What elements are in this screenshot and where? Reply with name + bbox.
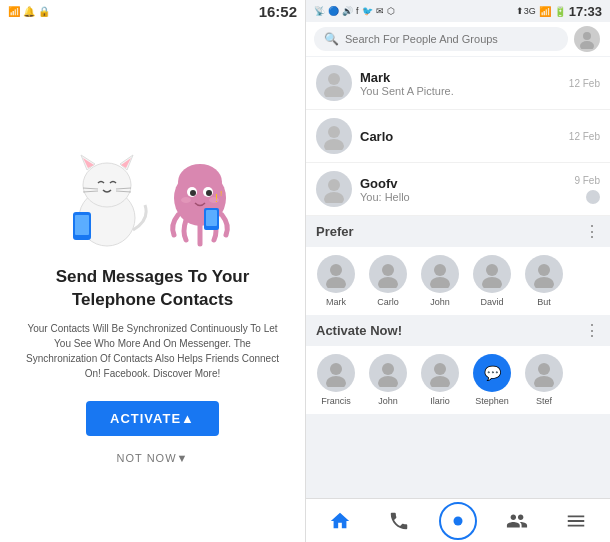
nav-camera[interactable] bbox=[428, 499, 487, 542]
left-time: 16:52 bbox=[259, 3, 297, 20]
menu-icon bbox=[565, 510, 587, 532]
prefer-label-but: But bbox=[537, 297, 551, 307]
activate-avatar-circle-stephen: 💬 bbox=[473, 354, 511, 392]
prefer-avatar-circle-john bbox=[421, 255, 459, 293]
svg-point-41 bbox=[534, 277, 554, 288]
network-icon: ⬆3G bbox=[516, 6, 536, 16]
dropbox-icon: ⬡ bbox=[387, 6, 395, 16]
search-bar[interactable]: 🔍 bbox=[314, 27, 568, 51]
conv-preview-goofv: You: Hello bbox=[360, 191, 566, 203]
activate-avatar-circle-john bbox=[369, 354, 407, 392]
svg-point-28 bbox=[328, 126, 340, 138]
svg-point-31 bbox=[324, 192, 344, 203]
notification-icon: 🔔 bbox=[23, 6, 35, 17]
svg-rect-21 bbox=[206, 210, 217, 226]
activate-avatar-stef[interactable]: Stef bbox=[518, 354, 570, 406]
home-icon bbox=[329, 510, 351, 532]
conv-date-goofv: 9 Feb bbox=[574, 175, 600, 186]
svg-point-45 bbox=[378, 376, 398, 387]
fb-icon: f bbox=[356, 6, 359, 16]
conversations-list: Mark You Sent A Picture. 12 Feb Carlo 12… bbox=[306, 57, 610, 216]
conv-name-goofv: Goofv bbox=[360, 176, 566, 191]
conv-indicator-goofv bbox=[586, 190, 600, 204]
conv-item-mark[interactable]: Mark You Sent A Picture. 12 Feb bbox=[306, 57, 610, 110]
svg-point-27 bbox=[324, 86, 344, 97]
svg-point-47 bbox=[430, 376, 450, 387]
activate-avatar-john[interactable]: John bbox=[362, 354, 414, 406]
people-icon bbox=[506, 510, 528, 532]
prefer-avatar-mark[interactable]: Mark bbox=[310, 255, 362, 307]
nav-people[interactable] bbox=[488, 499, 547, 542]
cast-icon: 📡 bbox=[314, 6, 325, 16]
left-title: Send Messages To Your Telephone Contacts bbox=[20, 266, 285, 310]
activate-label-john: John bbox=[378, 396, 398, 406]
wifi-icon: 📶 bbox=[8, 6, 20, 17]
conv-item-carlo[interactable]: Carlo 12 Feb bbox=[306, 110, 610, 163]
prefer-avatar-carlo[interactable]: Carlo bbox=[362, 255, 414, 307]
prefer-section-header: Prefer ⋮ bbox=[306, 216, 610, 247]
prefer-menu-icon[interactable]: ⋮ bbox=[584, 222, 600, 241]
profile-avatar[interactable] bbox=[574, 26, 600, 52]
prefer-title: Prefer bbox=[316, 224, 354, 239]
svg-point-17 bbox=[206, 190, 212, 196]
activate-label-stef: Stef bbox=[536, 396, 552, 406]
search-input[interactable] bbox=[345, 33, 558, 45]
svg-point-39 bbox=[482, 277, 502, 288]
svg-point-50 bbox=[454, 516, 463, 525]
svg-point-37 bbox=[430, 277, 450, 288]
right-status-bar: 📡 🔵 🔊 f 🐦 ✉ ⬡ ⬆3G 📶 🔋 17:33 bbox=[306, 0, 610, 22]
lock-icon: 🔒 bbox=[38, 6, 50, 17]
svg-point-16 bbox=[190, 190, 196, 196]
prefer-avatar-circle-david bbox=[473, 255, 511, 293]
prefer-avatar-john[interactable]: John bbox=[414, 255, 466, 307]
prefer-avatar-but[interactable]: But bbox=[518, 255, 570, 307]
camera-circle bbox=[439, 502, 477, 540]
bluetooth-icon: 🔵 bbox=[328, 6, 339, 16]
activate-section-header: Activate Now! ⋮ bbox=[306, 315, 610, 346]
prefer-label-john: John bbox=[430, 297, 450, 307]
sticker-cat bbox=[65, 150, 150, 250]
nav-home[interactable] bbox=[310, 499, 369, 542]
bottom-nav bbox=[306, 498, 610, 542]
search-icon: 🔍 bbox=[324, 32, 339, 46]
conv-item-goofv[interactable]: Goofv You: Hello 9 Feb bbox=[306, 163, 610, 216]
svg-point-34 bbox=[382, 264, 394, 276]
phone-icon bbox=[388, 510, 410, 532]
sound-icon: 🔊 bbox=[342, 6, 353, 16]
left-description: Your Contacts Will Be Synchronized Conti… bbox=[20, 321, 285, 381]
nav-menu[interactable] bbox=[547, 499, 606, 542]
activate-button[interactable]: ACTIVATE▲ bbox=[86, 401, 219, 436]
not-now-link[interactable]: NOT NOW▼ bbox=[117, 452, 189, 464]
svg-point-25 bbox=[580, 41, 594, 49]
activate-avatar-circle-francis bbox=[317, 354, 355, 392]
conv-avatar-goofv bbox=[316, 171, 352, 207]
conv-info-goofv: Goofv You: Hello bbox=[360, 176, 566, 203]
right-panel: 📡 🔵 🔊 f 🐦 ✉ ⬡ ⬆3G 📶 🔋 17:33 🔍 bbox=[305, 0, 610, 542]
battery-icon: 🔋 bbox=[554, 6, 566, 17]
prefer-avatar-david[interactable]: David bbox=[466, 255, 518, 307]
svg-point-32 bbox=[330, 264, 342, 276]
prefer-label-david: David bbox=[480, 297, 503, 307]
svg-point-35 bbox=[378, 277, 398, 288]
search-bar-container: 🔍 bbox=[306, 22, 610, 56]
left-status-bar: 📶 🔔 🔒 16:52 bbox=[0, 0, 305, 22]
activate-label-ilario: Ilario bbox=[430, 396, 450, 406]
mail-icon: ✉ bbox=[376, 6, 384, 16]
activate-avatar-stephen[interactable]: 💬 Stephen bbox=[466, 354, 518, 406]
activate-avatar-ilario[interactable]: Ilario bbox=[414, 354, 466, 406]
prefer-label-carlo: Carlo bbox=[377, 297, 399, 307]
activate-avatar-francis[interactable]: Francis bbox=[310, 354, 362, 406]
nav-phone[interactable] bbox=[369, 499, 428, 542]
svg-point-43 bbox=[326, 376, 346, 387]
svg-point-1 bbox=[83, 163, 131, 207]
conv-avatar-mark bbox=[316, 65, 352, 101]
right-status-icons: 📡 🔵 🔊 f 🐦 ✉ ⬡ bbox=[314, 6, 395, 16]
conv-name-mark: Mark bbox=[360, 70, 561, 85]
sticker-area: ! ! bbox=[53, 110, 253, 250]
prefer-avatar-circle-but bbox=[525, 255, 563, 293]
activate-avatar-circle-ilario bbox=[421, 354, 459, 392]
activate-menu-icon[interactable]: ⋮ bbox=[584, 321, 600, 340]
activate-avatar-row: Francis John Ilario 💬 Stephen Stef bbox=[306, 346, 610, 414]
conv-avatar-carlo bbox=[316, 118, 352, 154]
conv-meta-carlo: 12 Feb bbox=[569, 131, 600, 142]
